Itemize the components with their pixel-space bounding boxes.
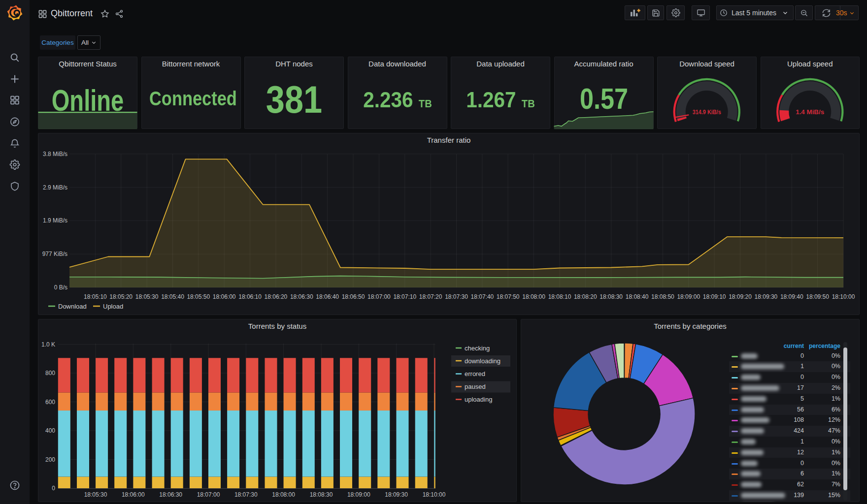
svg-text:18:08:40: 18:08:40 [626,293,649,300]
svg-text:18:09:30: 18:09:30 [385,491,408,498]
svg-text:18:05:40: 18:05:40 [161,293,184,300]
svg-text:downloading: downloading [465,357,500,365]
svg-text:18:09:00: 18:09:00 [677,293,700,300]
svg-text:uploading: uploading [465,396,492,403]
svg-text:18:09:40: 18:09:40 [780,293,803,300]
svg-text:Download: Download [58,303,87,310]
svg-text:0: 0 [52,485,55,492]
svg-text:18:09:20: 18:09:20 [729,293,752,300]
svg-text:18:08:20: 18:08:20 [574,293,597,300]
svg-text:18:10:00: 18:10:00 [423,491,446,498]
svg-text:18:09:00: 18:09:00 [347,491,370,498]
svg-text:18:05:30: 18:05:30 [84,491,107,498]
svg-text:18:06:00: 18:06:00 [122,491,145,498]
svg-text:checking: checking [465,345,490,352]
svg-text:1.9 MiB/s: 1.9 MiB/s [43,217,67,224]
svg-text:800: 800 [45,370,55,377]
svg-text:18:05:50: 18:05:50 [187,293,210,300]
svg-text:0 B/s: 0 B/s [54,284,67,291]
svg-text:18:06:00: 18:06:00 [213,293,236,300]
svg-text:18:07:10: 18:07:10 [393,293,416,300]
svg-text:18:07:40: 18:07:40 [471,293,494,300]
svg-text:18:08:00: 18:08:00 [272,491,295,498]
svg-text:18:06:50: 18:06:50 [342,293,365,300]
svg-text:18:05:30: 18:05:30 [135,293,159,300]
svg-text:paused: paused [465,383,486,390]
svg-text:Upload: Upload [103,303,123,310]
svg-text:18:05:10: 18:05:10 [84,293,107,300]
svg-text:18:06:30: 18:06:30 [290,293,313,300]
svg-text:977 KiB/s: 977 KiB/s [42,251,67,257]
svg-text:18:09:10: 18:09:10 [703,293,726,300]
svg-text:200: 200 [45,456,55,463]
svg-text:18:06:40: 18:06:40 [316,293,339,300]
svg-text:18:06:30: 18:06:30 [159,491,182,498]
svg-text:314.9 KiB/s: 314.9 KiB/s [693,109,721,116]
svg-text:18:10:00: 18:10:00 [832,293,855,300]
svg-text:18:07:30: 18:07:30 [445,293,468,300]
svg-text:18:08:00: 18:08:00 [522,293,545,300]
svg-text:18:07:00: 18:07:00 [197,491,220,498]
svg-text:1.0 K: 1.0 K [41,341,55,348]
svg-text:18:07:30: 18:07:30 [234,491,258,498]
svg-text:18:07:00: 18:07:00 [367,293,391,300]
svg-text:2.9 MiB/s: 2.9 MiB/s [43,184,67,191]
svg-text:18:08:30: 18:08:30 [310,491,333,498]
svg-text:600: 600 [45,399,55,406]
svg-text:18:08:10: 18:08:10 [548,293,571,300]
svg-text:18:07:50: 18:07:50 [497,293,520,300]
svg-text:18:08:30: 18:08:30 [600,293,623,300]
svg-text:18:09:30: 18:09:30 [755,293,778,300]
svg-text:18:09:50: 18:09:50 [806,293,829,300]
svg-text:3.8 MiB/s: 3.8 MiB/s [43,151,67,158]
svg-text:18:05:20: 18:05:20 [109,293,133,300]
svg-text:18:07:20: 18:07:20 [419,293,442,300]
svg-text:400: 400 [45,427,55,434]
svg-text:18:06:20: 18:06:20 [265,293,288,300]
svg-text:18:08:50: 18:08:50 [651,293,674,300]
svg-text:errored: errored [465,370,485,378]
svg-text:1.4 MiB/s: 1.4 MiB/s [796,109,824,116]
svg-text:18:06:10: 18:06:10 [238,293,262,300]
